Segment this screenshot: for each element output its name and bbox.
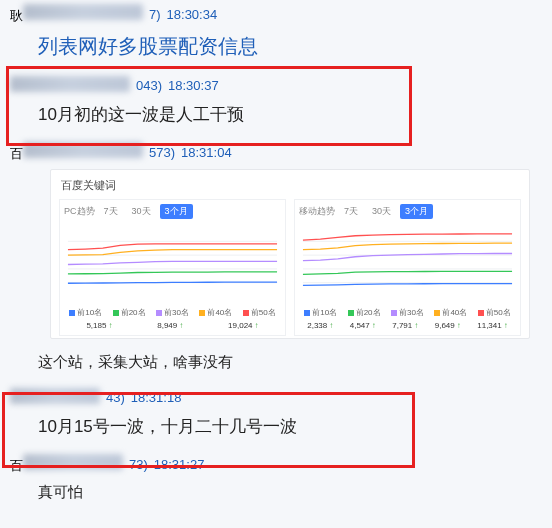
sender-id: 573): [149, 145, 175, 160]
message-header: 百 73) 18:31:27: [10, 454, 542, 475]
message-header: 百 573) 18:31:04: [10, 142, 542, 163]
range-3m[interactable]: 3个月: [160, 204, 193, 219]
chat-message: 耿 7) 18:30:34 列表网好多股票配资信息: [0, 0, 552, 72]
chart-plot: [299, 223, 516, 301]
message-header: 043) 18:30:37: [10, 76, 542, 95]
chart-header: PC趋势 7天 30天 3个月: [64, 204, 281, 219]
message-text: 10月初的这一波是人工干预: [10, 95, 542, 136]
range-30d[interactable]: 30天: [367, 204, 396, 219]
chart-pc: PC趋势 7天 30天 3个月 前10名前20名前30名前40名前50名 5,1…: [59, 199, 286, 336]
card-title: 百度关键词: [59, 176, 521, 199]
charts-row: PC趋势 7天 30天 3个月 前10名前20名前30名前40名前50名 5,1…: [59, 199, 521, 336]
chart-stats: 2,338↑4,547↑7,791↑9,649↑11,341↑: [299, 320, 516, 333]
sender-id: 73): [129, 457, 148, 472]
chart-header: 移动趋势 7天 30天 3个月: [299, 204, 516, 219]
message-header: 43) 18:31:18: [10, 388, 542, 407]
sender-id: 043): [136, 78, 162, 93]
sender-id: 43): [106, 390, 125, 405]
sender-name: 百: [10, 454, 123, 475]
message-text: 这个站，采集大站，啥事没有: [10, 345, 542, 382]
message-text: 10月15号一波，十月二十几号一波: [10, 407, 542, 448]
chart-legend: 前10名前20名前30名前40名前50名: [64, 304, 281, 320]
chart-mobile: 移动趋势 7天 30天 3个月 前10名前20名前30名前40名前50名 2,3…: [294, 199, 521, 336]
message-header: 耿 7) 18:30:34: [10, 4, 542, 25]
chart-label: PC趋势: [64, 205, 95, 218]
chart-legend: 前10名前20名前30名前40名前50名: [299, 304, 516, 320]
range-30d[interactable]: 30天: [127, 204, 156, 219]
timestamp: 18:31:18: [131, 390, 182, 405]
chat-message: 43) 18:31:18 10月15号一波，十月二十几号一波: [0, 384, 552, 450]
sender-name: 耿: [10, 4, 143, 25]
timestamp: 18:30:34: [167, 7, 218, 22]
range-7d[interactable]: 7天: [99, 204, 123, 219]
sender-id: 7): [149, 7, 161, 22]
sender-name: [10, 76, 130, 95]
analytics-card: 百度关键词 PC趋势 7天 30天 3个月 前10名前20名前30名前40名前5…: [50, 169, 530, 339]
sender-name: 百: [10, 142, 143, 163]
chart-plot: [64, 223, 281, 301]
timestamp: 18:31:04: [181, 145, 232, 160]
timestamp: 18:31:27: [154, 457, 205, 472]
chat-message: 043) 18:30:37 10月初的这一波是人工干预: [0, 72, 552, 138]
message-text: 真可怕: [10, 475, 542, 512]
range-7d[interactable]: 7天: [339, 204, 363, 219]
timestamp: 18:30:37: [168, 78, 219, 93]
chat-message: 百 573) 18:31:04 百度关键词 PC趋势 7天 30天 3个月 前1…: [0, 138, 552, 384]
sender-name: [10, 388, 100, 407]
range-3m[interactable]: 3个月: [400, 204, 433, 219]
chat-message: 百 73) 18:31:27 真可怕: [0, 450, 552, 514]
chart-label: 移动趋势: [299, 205, 335, 218]
message-text: 列表网好多股票配资信息: [10, 25, 542, 70]
chart-stats: 5,185↑8,949↑19,024↑: [64, 320, 281, 333]
